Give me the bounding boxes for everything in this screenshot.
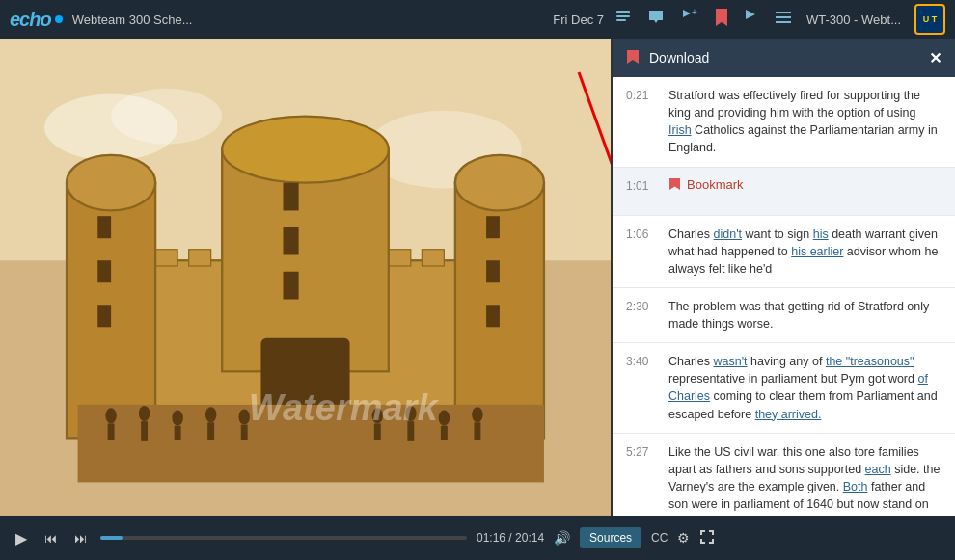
- list-item: 3:40 Charles wasn't having any of the "t…: [613, 343, 955, 434]
- item-timestamp[interactable]: 0:21: [626, 87, 657, 102]
- sidebar-header: Download ✕: [613, 39, 955, 77]
- chat-icon[interactable]: [646, 8, 666, 31]
- sources-button[interactable]: Sources: [580, 527, 641, 548]
- list-item-bookmark: 1:01 Bookmark: [613, 168, 955, 216]
- svg-rect-34: [486, 260, 500, 282]
- progress-fill: [100, 536, 123, 540]
- course-title: Webteam 300 Sche...: [72, 13, 544, 27]
- svg-rect-56: [407, 421, 414, 441]
- svg-rect-2: [616, 19, 626, 21]
- castle-drawing: [0, 39, 611, 516]
- top-bar-icons: + WT-300 - Webt... U T: [614, 4, 945, 35]
- volume-icon[interactable]: 🔊: [554, 530, 570, 546]
- close-button[interactable]: ✕: [929, 49, 941, 67]
- svg-rect-15: [155, 250, 177, 266]
- item-content: Charles didn't want to sign his death wa…: [668, 226, 941, 278]
- list-item: 2:30 The problem was that getting rid of…: [613, 288, 955, 343]
- sidebar-title: Download: [649, 50, 919, 66]
- svg-point-32: [455, 155, 544, 211]
- svg-point-47: [172, 411, 183, 426]
- svg-text:+: +: [692, 8, 697, 17]
- item-content: The problem was that getting rid of Stra…: [668, 298, 941, 333]
- progress-bar[interactable]: [100, 536, 467, 540]
- svg-point-49: [205, 407, 217, 422]
- svg-rect-54: [374, 423, 381, 440]
- settings-icon[interactable]: ⚙: [677, 530, 690, 546]
- svg-rect-22: [389, 250, 411, 266]
- svg-point-27: [67, 155, 155, 211]
- time-display: 01:16 / 20:14: [477, 531, 544, 545]
- item-content: Like the US civil war, this one also tor…: [668, 443, 941, 516]
- item-timestamp[interactable]: 5:27: [626, 443, 657, 459]
- svg-rect-5: [776, 16, 791, 18]
- svg-rect-23: [422, 250, 444, 266]
- item-timestamp[interactable]: 3:40: [626, 353, 657, 368]
- svg-rect-38: [283, 183, 298, 211]
- wt-label: WT-300 - Webt...: [806, 13, 901, 27]
- svg-rect-28: [97, 216, 111, 238]
- echo-dot: [55, 15, 63, 23]
- list-item: 1:06 Charles didn't want to sign his dea…: [613, 216, 955, 288]
- svg-rect-60: [474, 422, 480, 440]
- svg-rect-50: [207, 422, 214, 440]
- svg-point-45: [139, 406, 150, 421]
- item-content: Charles wasn't having any of the "treaso…: [668, 353, 941, 423]
- rewind-button[interactable]: ⏮: [41, 529, 61, 547]
- svg-rect-29: [97, 260, 111, 282]
- svg-rect-35: [486, 305, 500, 327]
- bookmark-header-icon: [626, 49, 640, 67]
- play-button[interactable]: ▶: [12, 527, 31, 549]
- svg-rect-52: [241, 425, 248, 440]
- item-content: Stratford was effectively fired for supp…: [668, 87, 941, 157]
- date-display: Fri Dec 7: [553, 13, 604, 27]
- item-timestamp[interactable]: 1:01: [626, 177, 657, 193]
- link-irish: Irish: [668, 123, 692, 137]
- main-content: Watermark Download ✕ 0:21: [0, 39, 955, 516]
- svg-rect-44: [108, 423, 115, 440]
- svg-point-37: [222, 117, 389, 183]
- sidebar-items-list: 0:21 Stratford was effectively fired for…: [613, 77, 955, 516]
- svg-rect-1: [616, 15, 630, 17]
- svg-point-51: [238, 409, 250, 424]
- svg-point-10: [111, 89, 222, 145]
- list-item: 0:21 Stratford was effectively fired for…: [613, 77, 955, 168]
- svg-point-55: [405, 406, 417, 421]
- bottom-bar: ▶ ⏮ ⏭ 01:16 / 20:14 🔊 Sources CC ⚙: [0, 516, 955, 560]
- cc-button[interactable]: CC: [651, 531, 668, 545]
- svg-rect-39: [283, 227, 298, 255]
- svg-point-43: [105, 408, 117, 423]
- top-bar: echo Webteam 300 Sche... Fri Dec 7 + WT-…: [0, 0, 955, 39]
- item-timestamp[interactable]: 1:06: [626, 226, 657, 241]
- svg-rect-48: [175, 426, 181, 440]
- svg-point-59: [472, 407, 483, 422]
- fast-forward-button[interactable]: ⏭: [70, 529, 91, 547]
- svg-rect-0: [616, 11, 630, 13]
- svg-rect-40: [283, 272, 298, 300]
- item-timestamp[interactable]: 2:30: [626, 298, 657, 313]
- list-icon[interactable]: [774, 8, 793, 31]
- video-area: Watermark: [0, 39, 611, 516]
- video-frame: Watermark: [0, 39, 611, 516]
- svg-rect-46: [141, 421, 148, 441]
- svg-rect-16: [189, 250, 211, 266]
- list-item: 5:27 Like the US civil war, this one als…: [613, 434, 955, 516]
- bookmark-icon[interactable]: [714, 8, 729, 31]
- svg-point-57: [439, 411, 450, 426]
- svg-rect-30: [97, 305, 111, 327]
- flag-icon[interactable]: [743, 8, 760, 31]
- fullscreen-icon[interactable]: [699, 529, 715, 547]
- notes-icon[interactable]: [614, 8, 633, 31]
- sidebar-panel: Download ✕ 0:21 Stratford was effectivel…: [613, 39, 955, 516]
- svg-rect-4: [776, 12, 791, 13]
- svg-rect-33: [486, 216, 500, 238]
- flag-plus-icon[interactable]: +: [679, 8, 700, 31]
- svg-rect-58: [441, 426, 448, 440]
- svg-rect-6: [776, 21, 791, 23]
- user-avatar: U T: [914, 4, 945, 35]
- bookmark-label: Bookmark: [668, 177, 744, 192]
- echo-logo: echo: [10, 9, 63, 31]
- echo-text: echo: [10, 9, 51, 31]
- svg-point-53: [372, 408, 384, 423]
